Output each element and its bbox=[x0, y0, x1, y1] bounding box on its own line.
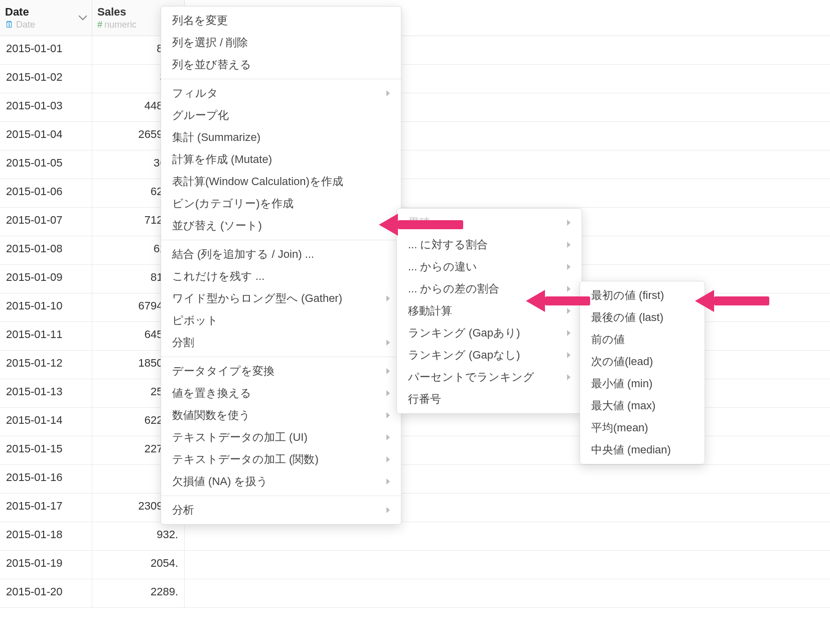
menu-item[interactable]: ワイド型からロング型へ (Gather) bbox=[161, 287, 401, 309]
cell-sales[interactable]: 2289. bbox=[92, 579, 185, 607]
table-row[interactable]: 2015-01-02314 bbox=[0, 65, 830, 93]
menu-item-label: ... からの違い bbox=[408, 259, 477, 274]
table-row[interactable]: 2015-01-053662 bbox=[0, 150, 830, 179]
calendar-icon: 🗓 bbox=[5, 20, 14, 30]
menu-item-label: 欠損値 (NA) を扱う bbox=[172, 474, 268, 489]
cell-sales[interactable]: 2054. bbox=[92, 551, 185, 579]
cell-date[interactable]: 2015-01-17 bbox=[0, 494, 92, 522]
annotation-arrow bbox=[379, 214, 463, 236]
cell-date[interactable]: 2015-01-07 bbox=[0, 208, 92, 236]
cell-date[interactable]: 2015-01-10 bbox=[0, 293, 92, 321]
menu-item-label: 中央値 (median) bbox=[591, 442, 671, 457]
cell-date[interactable]: 2015-01-19 bbox=[0, 551, 92, 579]
table-row[interactable]: 2015-01-172309.52 bbox=[0, 494, 830, 522]
menu-item[interactable]: 欠損値 (NA) を扱う bbox=[161, 470, 401, 493]
annotation-arrow bbox=[526, 290, 590, 312]
menu-item[interactable]: 前の値 bbox=[580, 329, 705, 351]
chevron-down-icon[interactable] bbox=[80, 12, 86, 24]
menu-item-label: ビン(カテゴリー)を作成 bbox=[172, 196, 294, 211]
menu-item[interactable]: 最大値 (max) bbox=[580, 395, 705, 417]
menu-item[interactable]: 最後の値 (last) bbox=[580, 306, 705, 329]
cell-date[interactable]: 2015-01-20 bbox=[0, 579, 92, 607]
menu-item-label: ... に対する割合 bbox=[408, 237, 488, 252]
menu-item-label: 次の値(lead) bbox=[591, 354, 653, 369]
cell-date[interactable]: 2015-01-06 bbox=[0, 179, 92, 207]
table-row[interactable]: 2015-01-06622.5 bbox=[0, 179, 830, 208]
menu-item[interactable]: 分割 bbox=[161, 332, 401, 354]
menu-item[interactable]: ランキング (Gapあり) bbox=[397, 322, 582, 344]
menu-item[interactable]: 中央値 (median) bbox=[580, 439, 705, 461]
menu-item-label: 並び替え (ソート) bbox=[172, 218, 262, 233]
menu-item[interactable]: 列名を変更 bbox=[161, 10, 401, 32]
menu-item-label: 移動計算 bbox=[408, 303, 452, 318]
menu-item[interactable]: 並び替え (ソート) bbox=[161, 215, 401, 237]
menu-item[interactable]: 行番号 bbox=[397, 388, 582, 410]
menu-item[interactable]: 値を置き換える bbox=[161, 382, 401, 404]
menu-item[interactable]: フィルタ bbox=[161, 82, 401, 104]
cell-date[interactable]: 2015-01-18 bbox=[0, 522, 92, 550]
table-row[interactable]: 2015-01-042659.91 bbox=[0, 122, 830, 150]
cell-date[interactable]: 2015-01-14 bbox=[0, 408, 92, 436]
menu-item[interactable]: 次の値(lead) bbox=[580, 351, 705, 373]
cell-date[interactable]: 2015-01-01 bbox=[0, 36, 92, 64]
cell-date[interactable]: 2015-01-05 bbox=[0, 150, 92, 179]
menu-item[interactable]: ランキング (Gapなし) bbox=[397, 344, 582, 366]
menu-separator bbox=[161, 79, 401, 79]
menu-item[interactable]: ... からの違い bbox=[397, 256, 582, 278]
menu-item-label: 集計 (Summarize) bbox=[172, 130, 260, 145]
column-type: 🗓 Date bbox=[5, 20, 35, 30]
cell-date[interactable]: 2015-01-03 bbox=[0, 93, 92, 121]
cell-sales[interactable]: 932. bbox=[92, 522, 185, 550]
table-row[interactable]: 2015-01-152279.5 bbox=[0, 436, 830, 465]
table-row[interactable]: 2015-01-18932. bbox=[0, 522, 830, 551]
menu-item-label: ランキング (Gapなし) bbox=[408, 348, 520, 363]
menu-item-label: ... からの差の割合 bbox=[408, 281, 499, 296]
cell-date[interactable]: 2015-01-11 bbox=[0, 322, 92, 350]
menu-item[interactable]: 列を並び替える bbox=[161, 54, 401, 76]
cell-date[interactable]: 2015-01-16 bbox=[0, 465, 92, 493]
menu-item[interactable]: 数値関数を使う bbox=[161, 404, 401, 426]
table-row[interactable]: 2015-01-01808. bbox=[0, 36, 830, 65]
cell-empty bbox=[185, 522, 830, 550]
menu-item-label: テキストデータの加工 (UI) bbox=[172, 430, 308, 445]
menu-item-label: ランキング (Gapあり) bbox=[408, 326, 520, 341]
table-row[interactable]: 2015-01-202289. bbox=[0, 579, 830, 608]
menu-item-label: グループ化 bbox=[172, 108, 229, 123]
menu-item[interactable]: データタイプを変換 bbox=[161, 360, 401, 382]
menu-item-label: 数値関数を使う bbox=[172, 408, 250, 423]
menu-separator bbox=[161, 357, 401, 357]
menu-item[interactable]: 最初の値 (first) bbox=[580, 284, 705, 306]
cell-date[interactable]: 2015-01-15 bbox=[0, 436, 92, 464]
menu-item[interactable]: テキストデータの加工 (関数) bbox=[161, 448, 401, 470]
menu-item[interactable]: 列を選択 / 削除 bbox=[161, 32, 401, 54]
menu-item[interactable]: ピボット bbox=[161, 309, 401, 332]
cell-date[interactable]: 2015-01-02 bbox=[0, 65, 92, 93]
menu-item[interactable]: 最小値 (min) bbox=[580, 373, 705, 395]
cell-date[interactable]: 2015-01-13 bbox=[0, 379, 92, 407]
menu-item[interactable]: 計算を作成 (Mutate) bbox=[161, 148, 401, 171]
menu-item-label: 最大値 (max) bbox=[591, 398, 655, 413]
menu-item[interactable]: これだけを残す ... bbox=[161, 265, 401, 287]
menu-item-label: ワイド型からロング型へ (Gather) bbox=[172, 291, 342, 306]
cell-date[interactable]: 2015-01-04 bbox=[0, 122, 92, 150]
cell-date[interactable]: 2015-01-09 bbox=[0, 265, 92, 293]
menu-item[interactable]: パーセントでランキング bbox=[397, 366, 582, 388]
menu-item[interactable]: 分析 bbox=[161, 499, 401, 521]
menu-item[interactable]: 集計 (Summarize) bbox=[161, 126, 401, 148]
menu-item[interactable]: 結合 (列を追加する / Join) ... bbox=[161, 243, 401, 265]
table-row[interactable]: 2015-01-034486.8 bbox=[0, 93, 830, 122]
menu-item[interactable]: 表計算(Window Calculation)を作成 bbox=[161, 171, 401, 193]
menu-item[interactable]: テキストデータの加工 (UI) bbox=[161, 426, 401, 448]
hash-icon: # bbox=[97, 20, 102, 30]
cell-date[interactable]: 2015-01-08 bbox=[0, 236, 92, 264]
menu-item[interactable]: ... に対する割合 bbox=[397, 234, 582, 256]
menu-item[interactable]: グループ化 bbox=[161, 104, 401, 126]
menu-item-label: テキストデータの加工 (関数) bbox=[172, 452, 319, 467]
cell-date[interactable]: 2015-01-12 bbox=[0, 351, 92, 379]
column-header-date[interactable]: Date 🗓 Date bbox=[0, 0, 92, 36]
menu-item[interactable]: 平均(mean) bbox=[580, 417, 705, 439]
menu-item[interactable]: ビン(カテゴリー)を作成 bbox=[161, 193, 401, 215]
menu-item-label: パーセントでランキング bbox=[408, 370, 534, 385]
table-row[interactable]: 2015-01-16149 bbox=[0, 465, 830, 494]
table-row[interactable]: 2015-01-192054. bbox=[0, 551, 830, 579]
